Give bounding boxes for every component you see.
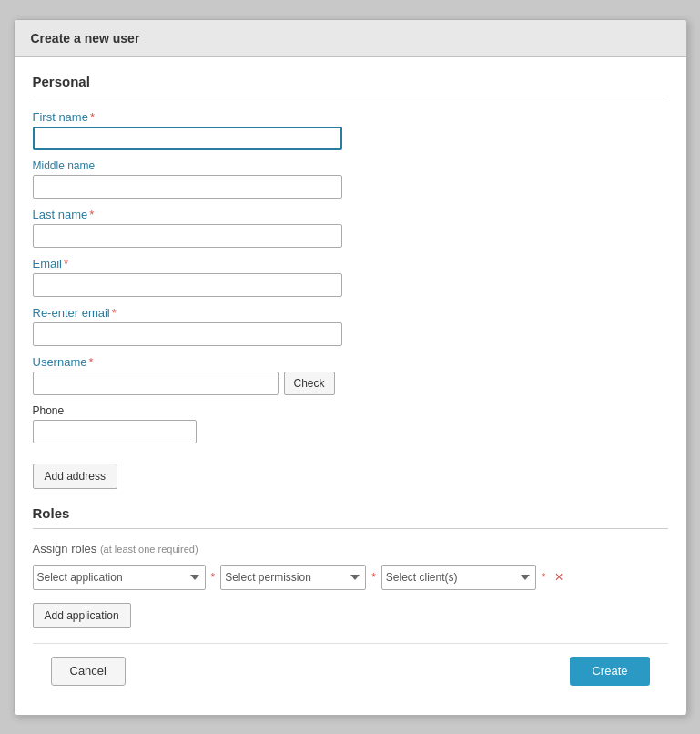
- modal-header: Create a new user: [15, 20, 686, 57]
- reemail-label: Re-enter email*: [33, 306, 668, 320]
- remove-role-button[interactable]: ×: [552, 570, 567, 585]
- email-group: Email*: [33, 257, 668, 297]
- roles-section-title: Roles: [33, 505, 668, 521]
- reemail-input[interactable]: [33, 322, 342, 346]
- add-address-button[interactable]: Add address: [33, 464, 117, 489]
- assign-roles-label: Assign roles (at least one required): [33, 542, 668, 556]
- modal-body: Personal First name* Middle name Last na…: [15, 57, 686, 715]
- email-input[interactable]: [33, 273, 342, 297]
- username-required: *: [88, 355, 93, 369]
- first-name-input[interactable]: [33, 127, 342, 150]
- application-required-star: *: [211, 571, 216, 584]
- select-client-dropdown[interactable]: Select client(s): [381, 565, 536, 590]
- last-name-group: Last name*: [33, 208, 668, 248]
- middle-name-label: Middle name: [33, 159, 668, 172]
- last-name-label: Last name*: [33, 208, 668, 221]
- personal-section: Personal First name* Middle name Last na…: [33, 74, 668, 489]
- middle-name-input[interactable]: [33, 175, 342, 199]
- username-label: Username*: [33, 355, 668, 369]
- personal-divider: [33, 97, 668, 97]
- email-required: *: [64, 257, 68, 270]
- cancel-button[interactable]: Cancel: [51, 657, 126, 686]
- roles-section: Roles Assign roles (at least one require…: [33, 505, 668, 628]
- reemail-required: *: [112, 306, 117, 320]
- phone-label: Phone: [33, 404, 668, 417]
- select-application-dropdown[interactable]: Select application: [33, 565, 206, 590]
- select-permission-dropdown[interactable]: Select permission: [220, 565, 366, 590]
- username-group: Username* Check: [33, 355, 668, 395]
- first-name-group: First name*: [33, 110, 668, 150]
- add-application-button[interactable]: Add application: [33, 603, 131, 628]
- modal-title: Create a new user: [31, 31, 670, 46]
- phone-input[interactable]: [33, 420, 197, 443]
- client-required-star: *: [542, 571, 546, 584]
- username-row: Check: [33, 372, 668, 395]
- permission-required-star: *: [371, 571, 376, 584]
- create-user-modal: Create a new user Personal First name* M…: [14, 19, 687, 716]
- assign-roles-hint: (at least one required): [100, 544, 198, 555]
- last-name-input[interactable]: [33, 224, 342, 248]
- roles-divider: [33, 528, 668, 529]
- create-button[interactable]: Create: [570, 657, 649, 686]
- username-input[interactable]: [33, 372, 279, 395]
- middle-name-group: Middle name: [33, 159, 668, 199]
- first-name-label: First name*: [33, 110, 668, 124]
- email-label: Email*: [33, 257, 668, 270]
- phone-group: Phone: [33, 404, 668, 443]
- check-username-button[interactable]: Check: [284, 372, 335, 395]
- reemail-group: Re-enter email*: [33, 306, 668, 346]
- last-name-required: *: [89, 208, 94, 221]
- roles-row: Select application * Select permission *…: [33, 565, 668, 590]
- personal-section-title: Personal: [33, 74, 668, 89]
- modal-footer: Cancel Create: [33, 643, 668, 698]
- first-name-required: *: [90, 110, 95, 124]
